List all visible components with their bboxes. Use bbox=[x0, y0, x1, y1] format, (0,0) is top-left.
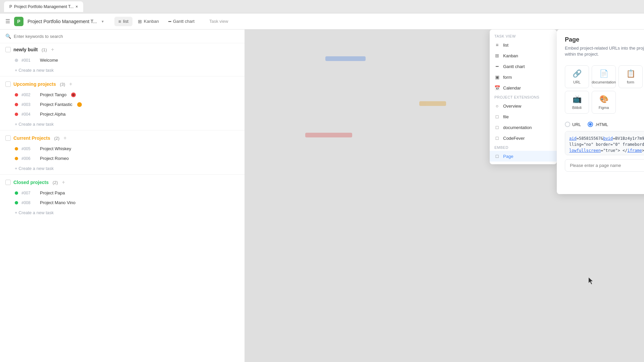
group-upcoming-title: Upcoming projects (3) bbox=[13, 81, 65, 87]
code-link-iframe: iframe bbox=[627, 148, 642, 153]
dropdown-list[interactable]: ≡ list bbox=[490, 40, 557, 50]
radio-url[interactable] bbox=[565, 122, 570, 127]
task-005[interactable]: #005 Project Whiskey bbox=[3, 144, 242, 154]
group-upcoming-projects: Upcoming projects (3) + #002 Project Tan… bbox=[0, 78, 245, 129]
create-task-newly-built[interactable]: + Create a new task bbox=[3, 66, 242, 75]
radio-html[interactable] bbox=[588, 122, 593, 127]
documentation-dropdown-icon: □ bbox=[494, 125, 500, 130]
header-tabs: ≡ list ⊞ Kanban ━ Gantt chart bbox=[114, 17, 199, 26]
task-007-priority bbox=[15, 191, 18, 195]
task-003[interactable]: #003 Project Fantastic bbox=[3, 100, 242, 109]
task-006[interactable]: #006 Project Romeo bbox=[3, 154, 242, 163]
tab-title: Project Portfolio Management T... bbox=[14, 4, 73, 9]
form-dropdown-icon: ▣ bbox=[494, 74, 500, 80]
group-closed-add[interactable]: + bbox=[62, 179, 65, 185]
create-task-current[interactable]: + Create a new task bbox=[3, 164, 242, 173]
overview-dropdown-icon: ○ bbox=[494, 103, 500, 109]
page-panel-header: Page Embed project-related URLs into the… bbox=[557, 29, 644, 61]
task-008[interactable]: #008 Project Mano Vino bbox=[3, 198, 242, 207]
group-upcoming-add[interactable]: + bbox=[69, 81, 72, 87]
task-006-priority bbox=[15, 157, 18, 160]
group-closed-header[interactable]: Closed projects (2) + bbox=[0, 176, 245, 188]
calendar-dropdown-icon: 📅 bbox=[494, 85, 500, 90]
dropdown-documentation[interactable]: □ documentation bbox=[490, 122, 557, 133]
code-box[interactable]: aid=585815567&bvid=BV1Bz4y1r7m9&cid=2723… bbox=[565, 131, 644, 155]
group-closed-title: Closed projects (2) bbox=[13, 180, 58, 185]
task-002-priority bbox=[15, 93, 18, 97]
embed-url[interactable]: 🔗 URL bbox=[565, 65, 589, 88]
embed-form[interactable]: 📋 form bbox=[619, 65, 643, 88]
task-004-priority bbox=[15, 113, 18, 116]
dropdown-gantt[interactable]: ━ Gantt chart bbox=[490, 61, 557, 72]
dropdown-page[interactable]: □ Page bbox=[490, 151, 557, 162]
task-panel: 🔍 newly built (1) + #001 Welcome + Creat… bbox=[0, 29, 245, 362]
embed-options: 🔗 URL 📄 documentation 📋 form 📅 Calendar … bbox=[557, 61, 644, 119]
task-001[interactable]: #001 Welcome bbox=[3, 55, 242, 65]
list-dropdown-icon: ≡ bbox=[494, 42, 500, 48]
page-panel-footer: Open bbox=[557, 177, 644, 194]
documentation-embed-icon: 📄 bbox=[599, 69, 608, 78]
page-panel-desc: Embed project-related URLs into the proj… bbox=[565, 45, 644, 57]
search-bar: 🔍 bbox=[0, 29, 245, 43]
page-name-input[interactable] bbox=[565, 159, 644, 172]
group-closed-checkbox[interactable] bbox=[5, 180, 11, 185]
codefever-dropdown-icon: □ bbox=[494, 135, 500, 141]
code-link-aid: aid bbox=[569, 136, 577, 141]
group-current-checkbox[interactable] bbox=[5, 135, 11, 141]
dropdown-file[interactable]: □ file bbox=[490, 111, 557, 122]
group-current-header[interactable]: Current Projects (2) + bbox=[0, 132, 245, 144]
page-panel-title: Page bbox=[565, 36, 644, 43]
dropdown-codefever[interactable]: □ CodeFever bbox=[490, 133, 557, 143]
form-embed-icon: 📋 bbox=[626, 69, 635, 78]
file-dropdown-icon: □ bbox=[494, 114, 500, 119]
radio-html-label[interactable]: .HTML bbox=[588, 122, 608, 127]
task-003-priority bbox=[15, 103, 18, 106]
tab-list-label: list bbox=[123, 19, 128, 24]
project-title-dropdown[interactable]: ▾ bbox=[102, 19, 104, 24]
task-002[interactable]: #002 Project Tango ⊖ bbox=[3, 90, 242, 100]
tab-gantt-label: Gantt chart bbox=[173, 19, 195, 24]
group-closed-count: (2) bbox=[53, 180, 58, 185]
tab-list[interactable]: ≡ list bbox=[114, 17, 132, 26]
dropdown-form[interactable]: ▣ form bbox=[490, 72, 557, 82]
browser-tab[interactable]: P Project Portfolio Management T... × bbox=[4, 1, 83, 12]
embed-documentation[interactable]: 📄 documentation bbox=[592, 65, 616, 88]
search-icon: 🔍 bbox=[5, 34, 11, 39]
group-current-add[interactable]: + bbox=[63, 135, 66, 141]
embed-figma[interactable]: 🎨 Figma bbox=[592, 91, 616, 114]
bilibili-embed-label: Bilibili bbox=[572, 106, 582, 110]
task-view-label: Task view bbox=[209, 19, 228, 24]
radio-url-label[interactable]: URL bbox=[565, 122, 581, 127]
main-layout: 🔍 newly built (1) + #001 Welcome + Creat… bbox=[0, 29, 644, 362]
search-input[interactable] bbox=[14, 34, 239, 39]
sidebar-toggle-icon[interactable]: ☰ bbox=[5, 18, 10, 24]
group-newly-built-checkbox[interactable] bbox=[5, 47, 11, 52]
task-007[interactable]: #007 Project Papa bbox=[3, 188, 242, 198]
extensions-section-label: Project extensions bbox=[490, 93, 557, 101]
gantt-icon: ━ bbox=[168, 19, 171, 24]
gantt-dropdown-icon: ━ bbox=[494, 64, 500, 69]
code-link-bvid: bvid bbox=[603, 136, 613, 141]
dropdown-calendar[interactable]: 📅 Calendar bbox=[490, 82, 557, 93]
tab-gantt[interactable]: ━ Gantt chart bbox=[164, 17, 199, 26]
browser-bar: P Project Portfolio Management T... × bbox=[0, 0, 644, 13]
dropdown-overview[interactable]: ○ Overview bbox=[490, 101, 557, 111]
embed-bilibili[interactable]: 📺 Bilibili bbox=[565, 91, 589, 114]
create-task-upcoming[interactable]: + Create a new task bbox=[3, 120, 242, 129]
project-icon: P bbox=[14, 17, 23, 26]
create-task-closed[interactable]: + Create a new task bbox=[3, 208, 242, 217]
task-view-section-label: Task view bbox=[490, 32, 557, 40]
dropdown-kanban[interactable]: ⊞ Kanban bbox=[490, 50, 557, 61]
code-text: aid=585815567&bvid=BV1Bz4y1r7m9&cid=2723… bbox=[569, 135, 644, 154]
group-newly-built-add[interactable]: + bbox=[51, 47, 54, 53]
task-view-dropdown: Task view ≡ list ⊞ Kanban ━ Gantt chart … bbox=[490, 29, 557, 164]
page-dropdown-icon: □ bbox=[494, 154, 500, 159]
tab-close-icon[interactable]: × bbox=[75, 4, 78, 9]
tab-kanban[interactable]: ⊞ Kanban bbox=[134, 17, 163, 26]
group-upcoming-header[interactable]: Upcoming projects (3) + bbox=[0, 78, 245, 90]
group-upcoming-checkbox[interactable] bbox=[5, 81, 11, 87]
group-closed-projects: Closed projects (2) + #007 Project Papa … bbox=[0, 176, 245, 217]
task-002-badge: ⊖ bbox=[71, 93, 76, 97]
group-newly-built-header[interactable]: newly built (1) + bbox=[0, 43, 245, 55]
task-004[interactable]: #004 Project Alpha bbox=[3, 109, 242, 119]
